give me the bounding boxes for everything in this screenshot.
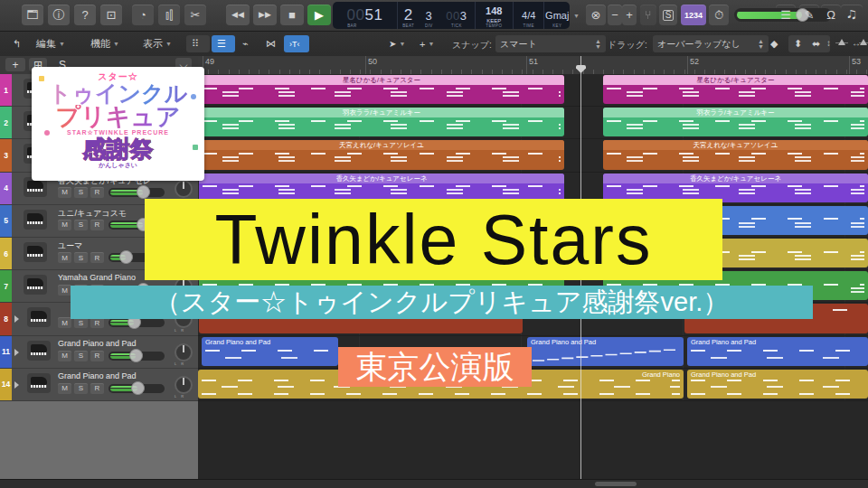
menu-edit[interactable]: 編集▼ [31, 35, 71, 52]
help-icon[interactable]: ? [74, 5, 96, 25]
mute-button[interactable]: M [58, 285, 71, 296]
record-enable-button[interactable]: R [90, 187, 104, 198]
volume-thumb[interactable] [129, 349, 143, 362]
quick-help-icon[interactable]: ⊡ [100, 5, 122, 25]
track-instrument-icon[interactable] [27, 307, 51, 327]
midi-region[interactable]: 星名ひかる/キュアスター [603, 75, 868, 104]
undo-arrow-icon[interactable]: ↰ [7, 35, 26, 52]
menu-view[interactable]: 表示▼ [137, 35, 177, 52]
list-editors-icon[interactable]: ☰ [776, 5, 796, 25]
record-enable-button[interactable]: R [90, 383, 104, 394]
solo-button[interactable]: S [74, 351, 88, 361]
snap-dropdown[interactable]: スマート▲▼ [495, 35, 606, 52]
pan-knob[interactable] [175, 343, 193, 361]
record-enable-button[interactable]: R [90, 220, 104, 230]
midi-region[interactable]: 天宮えれな/キュアソレイユ [603, 140, 868, 169]
metronome-icon[interactable]: ⏱ [709, 5, 729, 25]
track-name[interactable]: Grand Piano and Pad [58, 339, 158, 348]
plus-button[interactable]: + [622, 5, 637, 25]
mute-button[interactable]: M [58, 317, 71, 328]
play-button[interactable]: ▶ [307, 5, 331, 25]
tuning-fork-icon[interactable]: ⑂ [640, 5, 656, 25]
stop-button[interactable]: ■ [280, 5, 304, 25]
forward-button[interactable]: ▶▶ [253, 5, 277, 25]
track-lane[interactable]: 羽衣ララ/キュアミルキー羽衣ララ/キュアミルキー [198, 107, 868, 139]
midi-region[interactable]: Grand Piano and Pad [527, 337, 684, 366]
midi-region[interactable]: 香久矢まどか/キュアセレーネ [603, 174, 868, 202]
midi-region[interactable]: Grand Piano and Pad [687, 370, 868, 399]
track-volume-slider[interactable] [108, 352, 165, 361]
mute-button[interactable]: M [58, 252, 71, 263]
track-disclosure-icon[interactable] [14, 349, 19, 356]
track-lane[interactable]: Grand PianoGrand Piano and Pad [198, 369, 868, 401]
browser-icon[interactable]: 🎝 [841, 5, 863, 25]
bottom-scrollbar-handle[interactable] [595, 482, 637, 486]
solo-button[interactable]: S [74, 317, 88, 328]
volume-thumb[interactable] [131, 381, 145, 395]
pointer-tool-button[interactable]: ➤▼ [383, 35, 410, 52]
solo-button[interactable]: S [74, 252, 88, 263]
track-instrument-icon[interactable] [27, 373, 51, 393]
scissors-icon[interactable]: ✂ [184, 5, 206, 25]
horizontal-zoom-thumb[interactable] [860, 39, 867, 45]
flex-icon[interactable]: ⋈ [260, 35, 284, 52]
volume-thumb[interactable] [137, 185, 150, 199]
automation-icon[interactable]: ⌁ [237, 35, 260, 52]
midi-region[interactable]: 香久矢まどか/キュアセレーネ [199, 174, 564, 202]
midi-region[interactable]: 羽衣ララ/キュアミルキー [603, 108, 868, 136]
track-instrument-icon[interactable] [24, 242, 47, 262]
track-instrument-icon[interactable] [24, 275, 47, 295]
track-instrument-icon[interactable] [27, 341, 51, 361]
catch-playhead-icon[interactable]: ›Τ‹ [284, 35, 309, 52]
track-name[interactable]: ユーマ [58, 240, 158, 252]
tracks-view-icon[interactable]: ☰ [212, 35, 235, 52]
bar-ruler[interactable]: 4950515253 [198, 56, 868, 75]
grid-icon[interactable]: ⠿ [186, 35, 210, 52]
track-lane[interactable]: 天宮えれな/キュアソレイユ天宮えれな/キュアソレイユ [198, 139, 868, 172]
track-volume-slider[interactable] [108, 384, 165, 393]
mute-button[interactable]: M [58, 351, 71, 361]
solo-button[interactable]: S [74, 220, 88, 230]
mute-button[interactable]: M [58, 383, 71, 394]
lcd-display[interactable]: 0051 BAR 2 BEAT 3 DIV 003 TICK 148KEEP T… [333, 2, 570, 29]
media-browser-icon[interactable]: 🗔 [22, 5, 43, 25]
midi-region[interactable]: 羽衣ララ/キュアミルキー [199, 108, 564, 136]
master-mute-button[interactable]: ⊗ [586, 5, 606, 25]
midi-region[interactable]: 星名ひかる/キュアスター [199, 75, 564, 104]
track-instrument-icon[interactable] [24, 210, 47, 230]
track-name[interactable]: Yamaha Grand Piano [58, 273, 158, 282]
solo-button[interactable]: S [74, 187, 88, 198]
info-icon[interactable]: ⓘ [48, 5, 70, 25]
tuner-icon[interactable]: ◔ [132, 5, 154, 25]
mixer-icon[interactable]: ⫾⫿ [158, 5, 180, 25]
volume-thumb[interactable] [119, 250, 133, 264]
rewind-button[interactable]: ◀◀ [226, 5, 250, 25]
note-pads-icon[interactable]: ✎ [799, 5, 819, 25]
mute-button[interactable]: M [58, 187, 71, 198]
track-volume-slider[interactable] [108, 188, 165, 197]
track-lane[interactable]: Grand Piano and PadGrand Piano and PadGr… [198, 336, 868, 369]
midi-region[interactable]: Grand Piano and Pad [202, 337, 338, 366]
vertical-zoom-thumb[interactable] [838, 39, 845, 45]
midi-region[interactable]: Grand Piano and Pad [687, 337, 868, 366]
track-disclosure-icon[interactable] [14, 381, 19, 389]
track-header-row[interactable]: 11Grand Piano and PadMSR [0, 336, 198, 369]
drag-dropdown[interactable]: オーバーラップなし▲▼ [653, 35, 769, 52]
midi-region[interactable]: 天宮えれな/キュアソレイユ [199, 140, 564, 169]
mute-button[interactable]: M [58, 220, 71, 230]
waveform-zoom-icon[interactable]: ◆ [765, 35, 790, 52]
plus-tool-button[interactable]: +▼ [414, 35, 439, 52]
bottom-scrollbar-track[interactable] [0, 479, 868, 488]
record-enable-button[interactable]: R [90, 351, 104, 361]
add-track-button[interactable]: + [5, 58, 25, 71]
record-enable-button[interactable]: R [90, 252, 104, 263]
lcd-chevron-icon[interactable]: ▼ [573, 13, 580, 19]
pan-knob[interactable] [175, 180, 193, 198]
solo-off-button[interactable]: S [659, 5, 677, 25]
record-enable-button[interactable]: R [90, 317, 104, 328]
track-disclosure-icon[interactable] [14, 315, 19, 323]
track-header-row[interactable]: 14Grand Piano and PadMSR [0, 369, 198, 401]
track-name[interactable]: Grand Piano and Pad [58, 371, 158, 380]
track-lane[interactable]: 星名ひかる/キュアスター星名ひかる/キュアスター [198, 74, 868, 107]
pan-knob[interactable] [175, 376, 193, 394]
